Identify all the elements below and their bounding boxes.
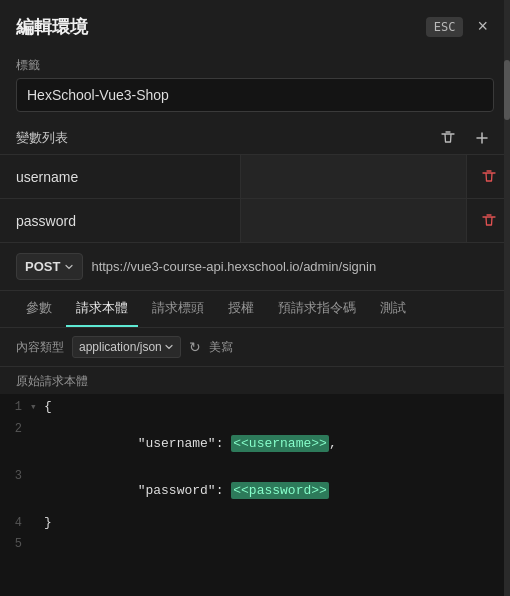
content-type-row: 內容類型 application/json ↻ 美寫 — [0, 328, 510, 367]
variables-actions — [436, 128, 494, 148]
code-username-key: "username" — [106, 436, 215, 451]
code-password-var: <<password>> — [231, 482, 329, 499]
line-num-3: 3 — [0, 469, 30, 483]
format-button[interactable]: 美寫 — [209, 339, 233, 356]
content-type-selector[interactable]: application/json — [72, 336, 181, 358]
method-label: POST — [25, 259, 60, 274]
label-input[interactable] — [16, 78, 494, 112]
fold-arrow-1[interactable]: ▾ — [30, 400, 44, 413]
header-actions: ESC × — [426, 14, 494, 39]
code-line-1: 1 ▾ { — [0, 398, 510, 420]
tabs-bar: 參數 請求本體 請求標頭 授權 預請求指令碼 測試 — [0, 291, 510, 328]
code-editor: 1 ▾ { 2 "username": <<username>>, 3 "pas… — [0, 394, 510, 596]
tab-test[interactable]: 測試 — [370, 291, 416, 327]
trash-icon-username — [481, 169, 497, 185]
close-button[interactable]: × — [471, 14, 494, 39]
line-content-1: { — [44, 399, 510, 414]
code-line-3: 3 "password": <<password>> — [0, 467, 510, 514]
tab-pre-request[interactable]: 預請求指令碼 — [268, 291, 366, 327]
method-selector[interactable]: POST — [16, 253, 83, 280]
tab-auth[interactable]: 授權 — [218, 291, 264, 327]
line-content-3: "password": <<password>> — [44, 468, 510, 513]
code-password-key: "password" — [106, 483, 215, 498]
variable-row-username: username — [0, 154, 510, 198]
add-variable-button[interactable] — [470, 128, 494, 148]
chevron-down-icon — [64, 262, 74, 272]
variables-header: 變數列表 — [0, 120, 510, 154]
modal-header: 編輯環境 ESC × — [0, 0, 510, 51]
variable-value-username[interactable] — [240, 155, 466, 198]
scrollbar-track — [504, 0, 510, 596]
raw-body-label: 原始請求本體 — [0, 367, 510, 394]
delete-all-button[interactable] — [436, 128, 460, 148]
trash-icon — [440, 130, 456, 146]
code-colon-2: : — [216, 483, 232, 498]
code-comma-1: , — [329, 436, 337, 451]
refresh-icon[interactable]: ↻ — [189, 339, 201, 355]
code-colon-1: : — [216, 436, 232, 451]
line-num-5: 5 — [0, 537, 30, 551]
line-num-1: 1 — [0, 400, 30, 414]
esc-badge: ESC — [426, 17, 464, 37]
variable-row-password: password — [0, 198, 510, 242]
line-num-4: 4 — [0, 516, 30, 530]
label-section: 標籤 — [0, 51, 510, 120]
line-content-4: } — [44, 515, 510, 530]
plus-icon — [474, 130, 490, 146]
line-num-2: 2 — [0, 422, 30, 436]
chevron-down-icon-content — [164, 342, 174, 352]
tab-request-headers[interactable]: 請求標頭 — [142, 291, 214, 327]
variables-title: 變數列表 — [16, 129, 68, 147]
code-line-4: 4 } — [0, 514, 510, 536]
variable-name-username: username — [0, 155, 240, 198]
line-content-2: "username": <<username>>, — [44, 421, 510, 466]
tab-params[interactable]: 參數 — [16, 291, 62, 327]
scrollbar-thumb[interactable] — [504, 60, 510, 120]
content-type-label: 內容類型 — [16, 339, 64, 356]
code-line-2: 2 "username": <<username>>, — [0, 420, 510, 467]
trash-icon-password — [481, 213, 497, 229]
content-type-value: application/json — [79, 340, 162, 354]
modal-title: 編輯環境 — [16, 15, 88, 39]
variable-name-password: password — [0, 199, 240, 242]
label-field-label: 標籤 — [16, 57, 494, 74]
code-line-5: 5 — [0, 536, 510, 558]
url-display: https://vue3-course-api.hexschool.io/adm… — [91, 259, 376, 274]
url-bar: POST https://vue3-course-api.hexschool.i… — [0, 242, 510, 291]
code-username-var: <<username>> — [231, 435, 329, 452]
modal-container: 編輯環境 ESC × 標籤 變數列表 username — [0, 0, 510, 596]
variable-value-password[interactable] — [240, 199, 466, 242]
tab-request-body[interactable]: 請求本體 — [66, 291, 138, 327]
